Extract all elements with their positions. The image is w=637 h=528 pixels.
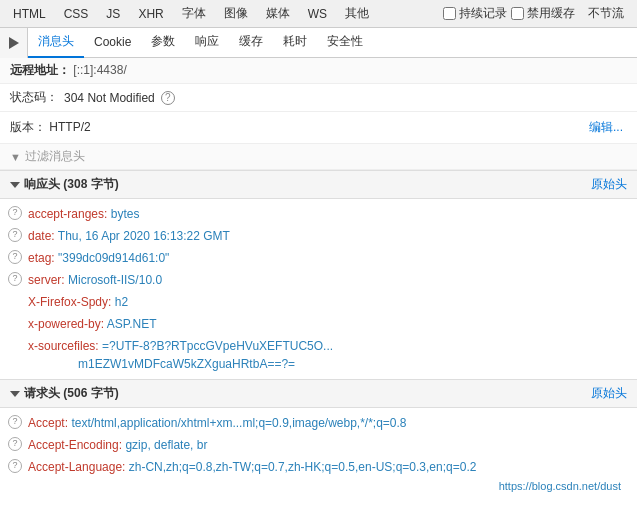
hdr-name-xsource: x-sourcefiles: [28, 339, 102, 353]
help-icon-accept-encoding[interactable]: ? [8, 437, 22, 451]
help-icon-accept-ranges[interactable]: ? [8, 206, 22, 220]
filter-icon: ▼ [10, 151, 21, 163]
tab-js[interactable]: JS [97, 2, 129, 26]
tab-params[interactable]: 参数 [141, 27, 185, 58]
hdr-value-accept: text/html,application/xhtml+xm...ml;q=0.… [71, 416, 406, 430]
hdr-name-server: server: [28, 273, 65, 287]
hdr-value-server: Microsoft-IIS/10.0 [68, 273, 162, 287]
top-tab-right: 持续记录 禁用缓存 不节流 [443, 0, 633, 27]
tab-font[interactable]: 字体 [173, 0, 215, 27]
help-icon-accept-language[interactable]: ? [8, 459, 22, 473]
hdr-value-xfirefox: h2 [115, 295, 128, 309]
hdr-name-xpowered: x-powered-by: [28, 317, 104, 331]
response-headers-section[interactable]: 响应头 (308 字节) 原始头 [0, 170, 637, 199]
tab-media[interactable]: 媒体 [257, 0, 299, 27]
edit-button[interactable]: 编辑... [585, 117, 627, 138]
hdr-value-xsource-line2: m1EZW1vMDFcaW5kZXguaHRtbA==?= [28, 355, 333, 373]
sub-tab-bar: 消息头 Cookie 参数 响应 缓存 耗时 安全性 [0, 28, 637, 58]
help-icon-etag[interactable]: ? [8, 250, 22, 264]
request-headers-label: 请求头 (506 字节) [24, 385, 119, 402]
hdr-name-accept-language: Accept-Language: [28, 460, 125, 474]
header-etag: ? etag: "399dc09d914d61:0" [0, 247, 637, 269]
help-icon-accept[interactable]: ? [8, 415, 22, 429]
help-icon-date[interactable]: ? [8, 228, 22, 242]
tab-other[interactable]: 其他 [336, 0, 378, 27]
version-row: 版本： HTTP/2 编辑... [0, 112, 637, 144]
tab-css[interactable]: CSS [55, 2, 98, 26]
main-content: 远程地址： [::1]:4438/ 状态码： 304 Not Modified … [0, 58, 637, 498]
tab-image[interactable]: 图像 [215, 0, 257, 27]
tab-ws[interactable]: WS [299, 2, 336, 26]
header-accept-language: ? Accept-Language: zh-CN,zh;q=0.8,zh-TW;… [0, 456, 637, 478]
response-headers-original[interactable]: 原始头 [591, 176, 627, 193]
hdr-value-accept-ranges: bytes [111, 207, 140, 221]
request-headers-original[interactable]: 原始头 [591, 385, 627, 402]
hdr-name-etag: etag: [28, 251, 55, 265]
throttle-dropdown[interactable]: 不节流 [579, 0, 633, 27]
header-accept-ranges: ? accept-ranges: bytes [0, 203, 637, 225]
version-label-value: 版本： HTTP/2 [10, 119, 91, 136]
hdr-value-date: Thu, 16 Apr 2020 16:13:22 GMT [58, 229, 230, 243]
status-help-icon[interactable]: ? [161, 91, 175, 105]
status-row: 状态码： 304 Not Modified ? [0, 84, 637, 112]
top-tab-bar: HTML CSS JS XHR 字体 图像 媒体 WS 其他 持续记录 禁用缓存… [0, 0, 637, 28]
filter-label: 过滤消息头 [25, 148, 85, 165]
tab-headers[interactable]: 消息头 [28, 27, 84, 58]
hdr-value-xsource-line1: =?UTF-8?B?RTpccGVpeHVuXEFTUC5O... [102, 339, 333, 353]
status-label: 状态码： [10, 89, 58, 106]
header-x-powered-by: x-powered-by: ASP.NET [0, 313, 637, 335]
hdr-name-accept-encoding: Accept-Encoding: [28, 438, 122, 452]
hdr-name-xfirefox: X-Firefox-Spdy: [28, 295, 111, 309]
persist-log-checkbox[interactable]: 持续记录 [443, 5, 507, 22]
hdr-name-date: date: [28, 229, 55, 243]
collapse-icon [10, 182, 20, 188]
response-headers-left: 响应头 (308 字节) [10, 176, 119, 193]
external-link-row: https://blog.csdn.net/dust [0, 478, 637, 494]
hdr-value-accept-encoding: gzip, deflate, br [125, 438, 207, 452]
hdr-value-etag: "399dc09d914d61:0" [58, 251, 169, 265]
header-x-firefox-spdy: X-Firefox-Spdy: h2 [0, 291, 637, 313]
tab-cookie[interactable]: Cookie [84, 29, 141, 57]
response-headers-label: 响应头 (308 字节) [24, 176, 119, 193]
tab-xhr[interactable]: XHR [129, 2, 172, 26]
hdr-name-accept-ranges: accept-ranges: [28, 207, 107, 221]
hdr-name-accept: Accept: [28, 416, 68, 430]
request-headers-left: 请求头 (506 字节) [10, 385, 119, 402]
header-accept: ? Accept: text/html,application/xhtml+xm… [0, 412, 637, 434]
remote-address-label: 远程地址： [10, 63, 70, 77]
status-code: 304 Not Modified [64, 91, 155, 105]
tab-security[interactable]: 安全性 [317, 27, 373, 58]
header-x-sourcefiles: x-sourcefiles: =?UTF-8?B?RTpccGVpeHVuXEF… [0, 335, 637, 375]
hdr-value-xpowered: ASP.NET [107, 317, 157, 331]
header-date: ? date: Thu, 16 Apr 2020 16:13:22 GMT [0, 225, 637, 247]
response-headers-list: ? accept-ranges: bytes ? date: Thu, 16 A… [0, 199, 637, 379]
remote-address-row: 远程地址： [::1]:4438/ [0, 58, 637, 84]
tab-html[interactable]: HTML [4, 2, 55, 26]
help-icon-server[interactable]: ? [8, 272, 22, 286]
accept-language-wrapper: ? Accept-Language: zh-CN,zh;q=0.8,zh-TW;… [0, 456, 637, 494]
tab-timing[interactable]: 耗时 [273, 27, 317, 58]
hdr-value-accept-language: zh-CN,zh;q=0.8,zh-TW;q=0.7,zh-HK;q=0.5,e… [129, 460, 477, 474]
disable-cache-checkbox[interactable]: 禁用缓存 [511, 5, 575, 22]
request-headers-list: ? Accept: text/html,application/xhtml+xm… [0, 408, 637, 498]
tab-cache[interactable]: 缓存 [229, 27, 273, 58]
remote-address-value: [::1]:4438/ [73, 63, 126, 77]
request-headers-section[interactable]: 请求头 (506 字节) 原始头 [0, 379, 637, 408]
external-link[interactable]: https://blog.csdn.net/dust [491, 478, 629, 494]
header-server: ? server: Microsoft-IIS/10.0 [0, 269, 637, 291]
play-button[interactable] [0, 28, 28, 58]
tab-response[interactable]: 响应 [185, 27, 229, 58]
req-collapse-icon [10, 391, 20, 397]
header-accept-encoding: ? Accept-Encoding: gzip, deflate, br [0, 434, 637, 456]
filter-row: ▼ 过滤消息头 [0, 144, 637, 170]
play-icon [9, 37, 19, 49]
